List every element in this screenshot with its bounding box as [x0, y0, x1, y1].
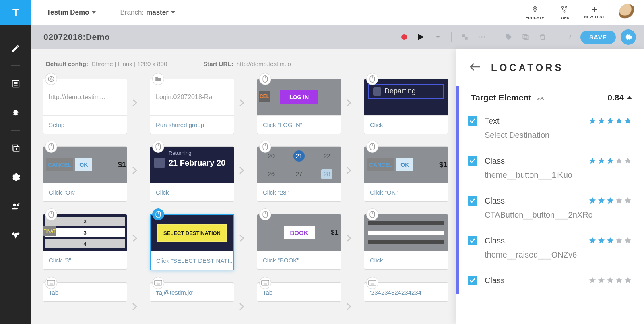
fork-icon: [561, 5, 568, 14]
step-type-icon: [152, 277, 164, 289]
arrow-right-icon: [346, 234, 352, 244]
target-label: Target Element: [471, 93, 531, 102]
checkbox[interactable]: [468, 196, 477, 206]
locator-stars: [588, 197, 632, 205]
step-type-icon: [259, 208, 271, 220]
step-type-icon: [366, 208, 378, 220]
svg-point-18: [569, 38, 570, 39]
new-test-button[interactable]: NEW TEST: [584, 6, 605, 19]
checkbox[interactable]: [468, 236, 477, 245]
step-card[interactable]: Departing Click: [364, 79, 448, 134]
step-label: Run shared group: [150, 115, 234, 134]
list-icon[interactable]: [10, 78, 21, 89]
step-card[interactable]: CANCELOK$1 Click "OK": [364, 146, 448, 202]
locator-item[interactable]: Class theme__button___1iKuo: [459, 149, 644, 189]
suites-icon[interactable]: [10, 143, 21, 154]
step-card[interactable]: TINAT234 Click "3": [43, 214, 127, 270]
svg-rect-52: [157, 284, 160, 285]
arrow-right-icon: [132, 99, 138, 108]
checkbox[interactable]: [468, 116, 477, 126]
step-label: Click "28": [257, 183, 341, 201]
locator-value: theme__raised___ONZv6: [485, 250, 632, 260]
target-score: 0.84: [607, 93, 624, 102]
save-button[interactable]: SAVE: [580, 31, 616, 44]
bat-icon[interactable]: [10, 230, 21, 241]
avatar[interactable]: [619, 4, 636, 21]
step-card[interactable]: SELECT DESTINATION Click "SELECT DESTINA…: [150, 214, 234, 270]
step-label: Click "3": [43, 251, 127, 269]
tool-more[interactable]: [476, 31, 488, 43]
step-card[interactable]: Login:02072018-Raj Run shared group: [150, 79, 234, 134]
tool-copy[interactable]: [520, 31, 532, 43]
locator-item[interactable]: Class CTAButton__button___2nXRo: [459, 189, 644, 228]
settings-icon[interactable]: [10, 172, 21, 183]
svg-point-20: [50, 78, 52, 80]
svg-point-56: [266, 282, 266, 283]
edit-icon[interactable]: [10, 43, 21, 54]
step-card[interactable]: CELLOG IN Click "LOG IN": [257, 79, 341, 134]
step-card[interactable]: CANCELOK$1 Click "OK": [43, 146, 127, 202]
svg-rect-53: [262, 280, 269, 285]
step-card[interactable]: 'raj@testim.jo': [150, 282, 234, 302]
step-label: Click: [150, 183, 234, 201]
step-label: Click "OK": [364, 183, 448, 201]
play-icon: [418, 34, 424, 40]
fork-label: FORK: [559, 16, 570, 20]
step-card[interactable]: http://demo.testim... Setup: [43, 79, 127, 134]
project-dropdown[interactable]: Testim Demo: [47, 8, 96, 17]
svg-point-50: [159, 282, 159, 283]
play-more-button[interactable]: [432, 31, 444, 43]
tool-help[interactable]: [564, 31, 576, 43]
svg-point-61: [372, 282, 372, 283]
tool-delete[interactable]: [537, 31, 549, 43]
arrow-right-icon: [132, 303, 138, 312]
svg-point-13: [479, 36, 480, 38]
locator-item[interactable]: Class: [459, 268, 644, 294]
step-body: CANCELOK$1 Click "OK": [43, 146, 127, 202]
target-element-row[interactable]: Target Element 0.84: [456, 86, 644, 109]
fork-button[interactable]: FORK: [559, 5, 570, 20]
step-body: 202122262728 Click "28": [257, 146, 341, 202]
tool-history[interactable]: [459, 31, 471, 43]
step-card[interactable]: '234234324234234': [364, 282, 448, 302]
bug-icon[interactable]: [10, 107, 21, 118]
locator-item[interactable]: Class theme__raised___ONZv6: [459, 228, 644, 268]
educate-button[interactable]: EDUCATE: [526, 5, 544, 20]
arrow-left-icon: [469, 62, 481, 71]
back-button[interactable]: [469, 62, 481, 73]
team-icon[interactable]: +: [10, 201, 21, 212]
chevron-down-icon: [436, 36, 440, 38]
svg-point-54: [263, 282, 264, 283]
rail-separator-1: [11, 65, 20, 66]
new-test-label: NEW TEST: [584, 15, 605, 19]
locator-label: Class: [485, 196, 505, 206]
locator-stars: [588, 276, 632, 285]
chevron-down-icon: [92, 11, 96, 14]
branch-dropdown[interactable]: Branch: master: [120, 8, 175, 17]
step-type-icon: [366, 141, 378, 153]
checkbox[interactable]: [468, 276, 477, 285]
step-body: Returning21 February 20 Click: [150, 146, 234, 202]
step-type-icon: [45, 208, 57, 220]
step-card[interactable]: Click: [364, 214, 448, 270]
step-label: Click: [364, 251, 448, 269]
logo[interactable]: T: [0, 0, 31, 25]
locator-item[interactable]: Text Select Destination: [459, 109, 644, 149]
svg-point-62: [373, 282, 374, 283]
step-card[interactable]: Tab: [43, 282, 127, 302]
step-label: Click: [364, 115, 448, 134]
step-card[interactable]: Tab: [257, 282, 341, 302]
svg-point-55: [264, 282, 265, 283]
divider: [556, 32, 556, 42]
step-card[interactable]: Returning21 February 20 Click: [150, 146, 234, 202]
play-button[interactable]: [415, 31, 427, 43]
locators-panel: LOCATORS Target Element 0.84 Text Select…: [456, 49, 644, 324]
step-card[interactable]: BOOK$1 Click "BOOK": [257, 214, 341, 270]
test-settings-button[interactable]: [621, 29, 636, 45]
save-label: SAVE: [589, 34, 607, 41]
tool-tag[interactable]: [503, 31, 515, 43]
record-button[interactable]: [398, 31, 410, 43]
arrow-right-icon: [132, 234, 138, 244]
checkbox[interactable]: [468, 156, 477, 166]
step-card[interactable]: 202122262728 Click "28": [257, 146, 341, 202]
